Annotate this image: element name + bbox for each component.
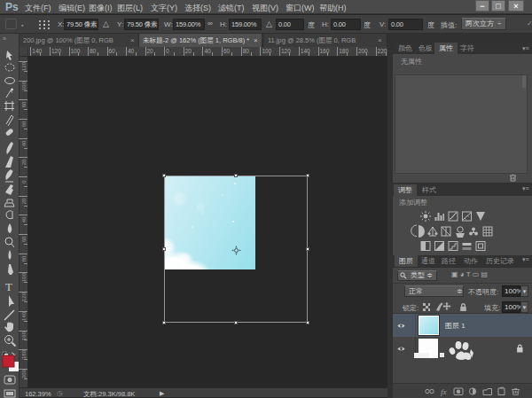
svg-text:fx: fx (441, 387, 447, 396)
svg-text:T: T (5, 280, 12, 293)
